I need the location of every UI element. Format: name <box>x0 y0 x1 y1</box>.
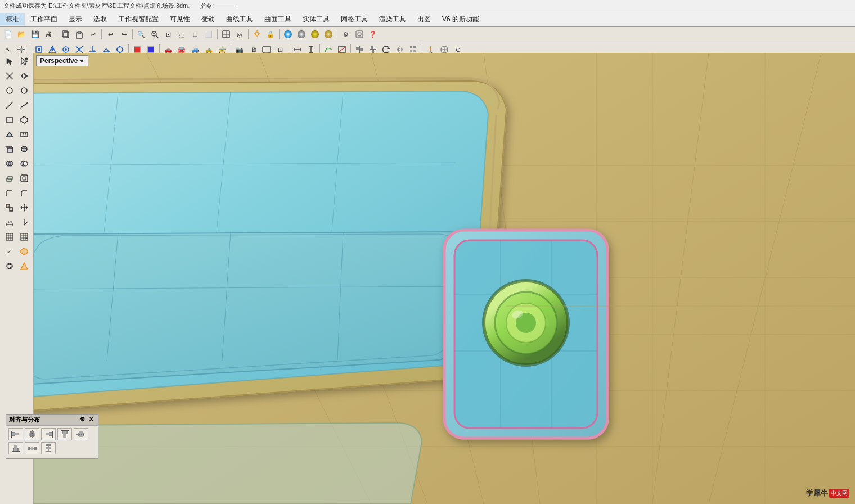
panel-title-icons: ⚙ ✕ <box>78 416 95 424</box>
watermark-text: 学犀牛 <box>806 488 828 498</box>
lb-offset[interactable] <box>17 172 31 185</box>
align-bottom-btn[interactable] <box>8 442 23 454</box>
lb-history[interactable] <box>3 259 16 273</box>
svg-point-80 <box>7 88 12 93</box>
align-right-btn[interactable] <box>41 428 56 440</box>
align-center-h-btn[interactable] <box>25 428 39 440</box>
viewport[interactable]: Perspective <box>34 53 855 504</box>
lb-fillet[interactable] <box>3 186 16 200</box>
tb-new[interactable]: 📄 <box>2 28 14 40</box>
tb-redo[interactable]: ↪ <box>118 28 130 40</box>
lb-chamfer[interactable] <box>17 186 31 200</box>
tb-mesh-settings[interactable]: ⚙ <box>340 28 352 40</box>
menu-draft[interactable]: 出图 <box>412 14 436 25</box>
tb-open[interactable]: 📂 <box>15 28 28 40</box>
tb-print[interactable]: 🖨 <box>42 28 55 40</box>
menu-viewport-config[interactable]: 工作视窗配置 <box>112 14 164 25</box>
menu-visibility[interactable]: 可见性 <box>164 14 196 25</box>
svg-point-16 <box>358 33 361 36</box>
menu-surface-tools[interactable]: 曲面工具 <box>259 14 297 25</box>
menu-mesh-tools[interactable]: 网格工具 <box>335 14 374 25</box>
tb-paste[interactable] <box>73 28 86 40</box>
lb-special[interactable] <box>17 245 31 258</box>
tb-undo[interactable]: ↩ <box>104 28 116 40</box>
lb-boolean-diff[interactable] <box>17 157 31 170</box>
lb-dim-angle[interactable] <box>17 215 31 229</box>
lb-surface[interactable] <box>3 128 16 141</box>
tb-color3[interactable] <box>309 28 321 40</box>
lb-curve[interactable] <box>17 98 31 112</box>
lb-extrude[interactable] <box>3 172 16 185</box>
menu-v6-new[interactable]: V6 的新功能 <box>436 14 485 25</box>
viewport-label[interactable]: Perspective <box>36 55 88 66</box>
menu-solid-tools[interactable]: 实体工具 <box>297 14 335 25</box>
lb-move[interactable] <box>17 201 31 214</box>
tb-lock[interactable]: 🔒 <box>264 28 277 40</box>
lb-mesh[interactable] <box>17 128 31 141</box>
menu-work-plane[interactable]: 工作平面 <box>25 14 63 25</box>
prompt-value[interactable] <box>215 6 237 6</box>
lb-grid-toggle2[interactable] <box>17 230 31 244</box>
lb-check[interactable]: ✓ <box>3 245 16 258</box>
lb-circle[interactable] <box>3 84 16 97</box>
tb-zoom-fit[interactable]: ⊡ <box>162 28 174 40</box>
menu-select[interactable]: 选取 <box>88 14 112 25</box>
tb-zoom-out[interactable] <box>148 28 161 40</box>
tb-zoom-all[interactable]: ⬜ <box>202 28 215 40</box>
lb-point[interactable] <box>3 69 16 83</box>
align-center-v-btn[interactable] <box>74 428 88 440</box>
lb-line[interactable] <box>3 98 16 112</box>
menu-curve-tools[interactable]: 曲线工具 <box>220 14 259 25</box>
menu-render-tools[interactable]: 渲染工具 <box>374 14 412 25</box>
svg-line-86 <box>22 132 24 137</box>
tb-color1[interactable] <box>282 28 294 40</box>
lb-select[interactable] <box>3 55 16 68</box>
lb-dim-linear[interactable]: 1.0 <box>3 215 16 229</box>
tb-lights[interactable] <box>251 28 263 40</box>
dist-v-btn[interactable] <box>41 442 56 454</box>
menu-standard[interactable]: 标准 <box>0 14 25 25</box>
align-left-btn[interactable] <box>8 428 23 440</box>
svg-point-10 <box>255 32 259 35</box>
lb-arc[interactable] <box>17 84 31 97</box>
svg-rect-35 <box>93 50 94 52</box>
tb-render-preview[interactable]: ◎ <box>233 28 246 40</box>
tb-color4[interactable] <box>322 28 335 40</box>
svg-text:1.0: 1.0 <box>8 220 12 223</box>
menu-bar: 标准 工作平面 显示 选取 工作视窗配置 可见性 变动 曲线工具 曲面工具 实体… <box>0 12 855 27</box>
svg-point-94 <box>8 161 13 166</box>
menu-display[interactable]: 显示 <box>63 14 88 25</box>
panel-settings-icon[interactable]: ⚙ <box>78 416 86 424</box>
svg-point-38 <box>119 46 121 48</box>
lb-rect[interactable] <box>3 113 16 127</box>
tb-copy[interactable] <box>60 28 72 40</box>
tb-save[interactable]: 💾 <box>29 28 41 40</box>
svg-marker-70 <box>7 58 12 65</box>
tb-render-settings[interactable] <box>353 28 366 40</box>
tb-cut[interactable]: ✂ <box>87 28 99 40</box>
lb-transform[interactable] <box>3 201 16 214</box>
lb-boolean-union[interactable] <box>3 157 16 170</box>
menu-transform[interactable]: 变动 <box>196 14 220 25</box>
lb-special2[interactable] <box>17 259 31 273</box>
lb-select-multi[interactable] <box>17 55 31 68</box>
dist-h-btn[interactable] <box>25 442 39 454</box>
tb-color2[interactable] <box>295 28 308 40</box>
tb-view-named[interactable] <box>220 28 232 40</box>
tb-help[interactable]: ❓ <box>367 28 379 40</box>
lb-point2[interactable] <box>17 69 31 83</box>
lb-grid-toggle[interactable] <box>3 230 16 244</box>
svg-line-82 <box>6 102 13 109</box>
svg-rect-54 <box>360 48 363 51</box>
align-top-btn[interactable] <box>57 428 72 440</box>
left-row-10 <box>0 186 33 200</box>
lb-box[interactable] <box>3 142 16 156</box>
lb-sphere[interactable] <box>17 142 31 156</box>
tb-zoom-in[interactable]: 🔍 <box>135 28 147 40</box>
lb-polygon[interactable] <box>17 113 31 127</box>
sep1 <box>57 29 57 39</box>
tb-zoom-window[interactable]: □ <box>189 28 201 40</box>
panel-close-icon[interactable]: ✕ <box>87 416 95 424</box>
tb-zoom-select[interactable]: ⬚ <box>176 28 188 40</box>
svg-marker-108 <box>20 206 22 209</box>
